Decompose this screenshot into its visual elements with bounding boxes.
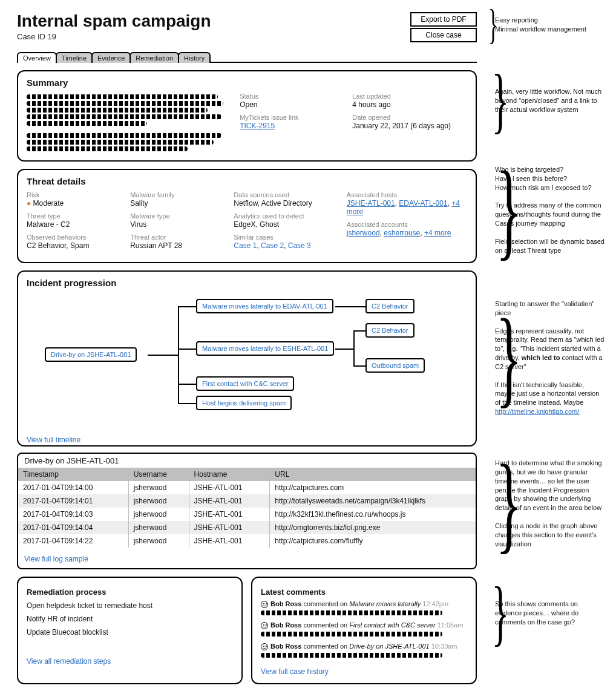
timeline-table: Timestamp Username Hostname URL 2017-01-… xyxy=(17,468,477,569)
col-username[interactable]: Username xyxy=(128,468,189,481)
malware-family: Sality xyxy=(130,199,223,208)
node-first-contact[interactable]: First contact with C&C server xyxy=(196,376,294,391)
table-row[interactable]: 2017-01-04T09:14:22jsherwoodJSHE-ATL-001… xyxy=(18,534,476,548)
ticket-link[interactable]: TICK-2915 xyxy=(240,122,275,130)
col-timestamp[interactable]: Timestamp xyxy=(18,468,128,481)
comment-item[interactable]: Bob Ross commented on Malware moves late… xyxy=(261,600,467,615)
threat-type: Malware - C2 xyxy=(27,220,119,229)
threat-panel: Threat details Risk Moderate Threat type… xyxy=(17,169,477,263)
smile-icon xyxy=(261,622,268,629)
malware-type: Virus xyxy=(130,220,223,229)
remediation-step: Open helpdesk ticket to remediate host xyxy=(27,601,233,610)
status-value: Open xyxy=(240,100,340,109)
remediation-panel: Remediation process Open helpdesk ticket… xyxy=(17,577,243,684)
comment-item[interactable]: Bob Ross commented on Drive-by on JSHE-A… xyxy=(261,643,467,658)
remediation-heading: Remediation process xyxy=(27,587,233,597)
status-label: Status xyxy=(240,93,340,100)
view-full-timeline-link[interactable]: View full timeline xyxy=(27,436,80,444)
case-id: Case ID 19 xyxy=(17,32,211,41)
updated-label: Last updated xyxy=(352,93,467,100)
risk-value: Moderate xyxy=(27,199,119,208)
summary-panel: Summary Status Open MyTickets issue link xyxy=(17,70,477,162)
similar-case-2[interactable]: Case 2 xyxy=(261,241,284,250)
tab-overview[interactable]: Overview xyxy=(17,52,57,63)
node-lateral-1[interactable]: Malware moves laterally to EDAV-ATL-001 xyxy=(196,299,333,313)
smile-icon xyxy=(261,643,268,650)
incident-heading: Incident progression xyxy=(27,278,467,288)
host-link-1[interactable]: JSHE-ATL-001 xyxy=(347,199,395,208)
node-lateral-2[interactable]: Malware moves laterally to ESHE-ATL-001 xyxy=(196,341,334,356)
annotation-threat: Who is being targeted? Have I seen this … xyxy=(485,165,605,255)
table-row[interactable]: 2017-01-04T09:14:03jsherwoodJSHE-ATL-001… xyxy=(18,508,476,521)
view-full-log-link[interactable]: View full log sample xyxy=(24,555,88,563)
comments-heading: Latest comments xyxy=(261,587,467,597)
incident-panel: Incident progression Drive-by on JSHE-AT… xyxy=(17,270,477,447)
incident-graph: Drive-by on JSHE-ATL-001 Malware moves l… xyxy=(27,293,467,432)
annotation-incident: Starting to answer the "validation" piec… xyxy=(485,299,605,416)
table-row[interactable]: 2017-01-04T09:14:01jsherwoodJSHE-ATL-001… xyxy=(18,494,476,508)
view-all-remediation-link[interactable]: View all remediation steps xyxy=(27,657,111,666)
comment-item[interactable]: Bob Ross commented on First contact with… xyxy=(261,621,467,636)
remediation-step: Update Bluecoat blocklist xyxy=(27,628,233,636)
tab-timeline[interactable]: Timeline xyxy=(56,52,93,63)
annotation-top: Easy reporting Minimal workflow manageme… xyxy=(485,16,605,34)
analytics: EdgeX, Ghost xyxy=(234,220,336,229)
opened-label: Date opened xyxy=(352,114,467,121)
table-row[interactable]: 2017-01-04T09:14:00jsherwoodJSHE-ATL-001… xyxy=(18,481,476,494)
annotation-summary: Again, very little workflow. Not much be… xyxy=(485,87,605,114)
timeline-title: Drive-by on JSHE-ATL-001 xyxy=(17,453,477,468)
remediation-step: Notify HR of incident xyxy=(27,615,233,623)
node-deliver-spam[interactable]: Host begins delivering spam xyxy=(196,396,292,410)
close-case-button[interactable]: Close case xyxy=(410,28,477,42)
updated-value: 4 hours ago xyxy=(352,100,467,109)
comments-panel: Latest comments Bob Ross commented on Ma… xyxy=(251,577,477,684)
data-sources: Netflow, Active Directory xyxy=(234,199,336,208)
ticket-label: MyTickets issue link xyxy=(240,114,340,121)
similar-case-3[interactable]: Case 3 xyxy=(288,241,311,250)
node-leaf-spam[interactable]: Outbound spam xyxy=(365,358,425,373)
acct-link-more[interactable]: +4 more xyxy=(424,229,451,237)
tab-history[interactable]: History xyxy=(178,52,211,63)
col-url[interactable]: URL xyxy=(270,468,476,481)
annotation-link-knightlab[interactable]: http://timeline.knightlab.com/ xyxy=(495,408,579,415)
acct-link-2[interactable]: esherrouse xyxy=(384,229,420,237)
table-row[interactable]: 2017-01-04T09:14:04jsherwoodJSHE-ATL-001… xyxy=(18,521,476,534)
threat-behaviors: C2 Behavior, Spam xyxy=(27,241,119,250)
opened-value: January 22, 2017 (6 days ago) xyxy=(352,122,467,130)
summary-heading: Summary xyxy=(27,77,467,88)
page-title: Internal spam campaign xyxy=(17,12,211,31)
view-case-history-link[interactable]: View full case history xyxy=(261,667,329,676)
similar-case-1[interactable]: Case 1 xyxy=(234,241,257,250)
tab-evidence[interactable]: Evidence xyxy=(91,52,131,63)
smile-icon xyxy=(261,601,268,608)
threat-actor: Russian APT 28 xyxy=(130,241,223,250)
threat-heading: Threat details xyxy=(27,176,467,186)
annotation-table: Hard to determine what the smoking gun i… xyxy=(485,459,605,548)
export-pdf-button[interactable]: Export to PDF xyxy=(410,12,477,27)
node-leaf-c2-1[interactable]: C2 Behavior xyxy=(365,299,414,313)
node-root[interactable]: Drive-by on JSHE-ATL-001 xyxy=(45,347,137,362)
host-link-2[interactable]: EDAV-ATL-001 xyxy=(399,199,447,208)
node-leaf-c2-2[interactable]: C2 Behavior xyxy=(365,323,414,338)
acct-link-1[interactable]: jsherwood xyxy=(347,229,380,237)
annotation-comments: So this shows comments on evidence piece… xyxy=(485,600,605,627)
col-hostname[interactable]: Hostname xyxy=(189,468,270,481)
tab-remediation[interactable]: Remediation xyxy=(129,52,179,63)
